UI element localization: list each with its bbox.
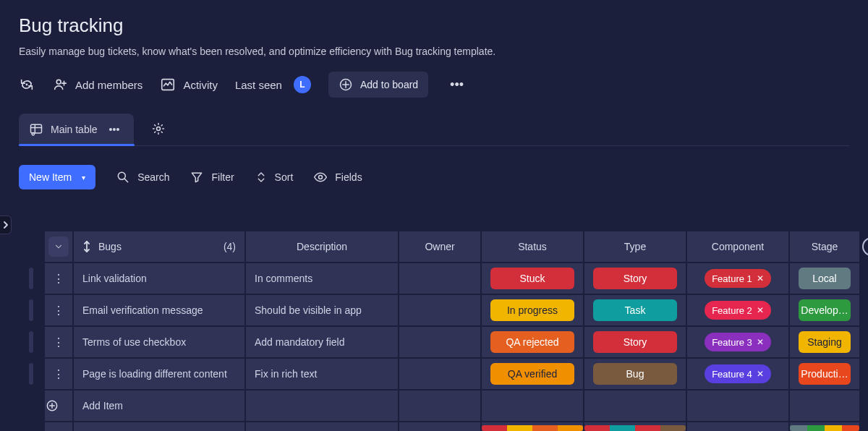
- add-item-row: Add Item: [19, 391, 849, 421]
- last-seen-indicator[interactable]: Last seen L: [235, 76, 311, 93]
- views-tabs: Main table •••: [19, 114, 849, 146]
- group-collapse-button[interactable]: [48, 236, 69, 257]
- fields-label: Fields: [335, 171, 362, 183]
- search-icon: [116, 170, 130, 184]
- cell-stage[interactable]: Develop…: [790, 295, 859, 325]
- cell-name[interactable]: Email verification message: [74, 295, 244, 325]
- svg-point-0: [26, 84, 28, 86]
- empty-cell: [45, 422, 72, 431]
- board-toolbar: Add members Activity Last seen L Add to …: [19, 72, 849, 98]
- column-header-description[interactable]: Description: [246, 231, 398, 262]
- component-chip[interactable]: Feature 2 ✕: [705, 301, 771, 320]
- tab-main-table[interactable]: Main table •••: [19, 114, 134, 145]
- table-icon: [29, 122, 43, 137]
- cell-owner[interactable]: [399, 359, 480, 389]
- cell-component[interactable]: Feature 2 ✕: [687, 295, 788, 325]
- add-column-button[interactable]: +: [862, 237, 868, 256]
- cell-description[interactable]: Fix in rich text: [246, 359, 398, 389]
- cell-name[interactable]: Link validation: [74, 263, 244, 294]
- table-row[interactable]: ⋮ Link validation In comments Stuck Stor…: [19, 263, 849, 294]
- avatar[interactable]: L: [294, 76, 311, 93]
- close-icon[interactable]: ✕: [757, 337, 764, 347]
- close-icon[interactable]: ✕: [757, 305, 764, 315]
- fields-button[interactable]: Fields: [313, 170, 362, 184]
- cell-component[interactable]: Feature 4 ✕: [687, 359, 788, 389]
- empty-cell: [687, 391, 788, 421]
- row-drag-cell[interactable]: ⋮: [45, 263, 72, 294]
- component-chip[interactable]: Feature 4 ✕: [705, 364, 771, 383]
- column-header-component[interactable]: Component: [687, 231, 788, 262]
- drag-handle-icon: ⋮: [45, 304, 72, 317]
- column-header-stage[interactable]: Stage: [790, 231, 859, 262]
- add-members-button[interactable]: Add members: [52, 77, 142, 93]
- row-drag-cell[interactable]: ⋮: [45, 327, 72, 357]
- cell-status[interactable]: QA verified: [482, 359, 583, 389]
- sort-button[interactable]: Sort: [255, 171, 294, 184]
- component-summary: [687, 422, 788, 431]
- more-menu-button[interactable]: •••: [446, 74, 468, 95]
- cell-type[interactable]: Story: [584, 263, 686, 294]
- column-header-owner[interactable]: Owner: [399, 231, 480, 262]
- add-column-cell: +: [861, 231, 868, 262]
- svg-point-1: [56, 80, 61, 84]
- cell-type[interactable]: Story: [584, 327, 686, 357]
- empty-cell: [861, 295, 868, 325]
- add-item-button[interactable]: Add Item: [74, 391, 244, 421]
- drag-handle-icon: ⋮: [45, 336, 72, 349]
- tab-more-button[interactable]: •••: [105, 121, 124, 138]
- views-settings-button[interactable]: [147, 117, 170, 142]
- cell-owner[interactable]: [399, 327, 480, 357]
- cell-component[interactable]: Feature 1 ✕: [687, 263, 788, 294]
- cell-stage[interactable]: Staging: [790, 327, 859, 357]
- cell-status[interactable]: QA rejected: [482, 327, 583, 357]
- activity-button[interactable]: Activity: [160, 77, 218, 93]
- close-icon[interactable]: ✕: [757, 273, 764, 283]
- expand-vertical-icon: [82, 241, 91, 252]
- drag-handle-icon: ⋮: [45, 272, 72, 286]
- cell-stage[interactable]: Producti…: [790, 359, 859, 389]
- chevron-down-icon: ▾: [82, 174, 85, 182]
- sort-label: Sort: [275, 171, 294, 183]
- cell-name[interactable]: Terms of use checkbox: [74, 327, 244, 357]
- add-to-board-button[interactable]: Add to board: [328, 72, 428, 98]
- empty-cell: [399, 422, 480, 431]
- eye-icon: [313, 170, 328, 184]
- cell-status[interactable]: Stuck: [482, 263, 583, 294]
- column-header-type[interactable]: Type: [584, 231, 686, 262]
- cell-description[interactable]: Add mandatory field: [246, 327, 398, 357]
- table-row[interactable]: ⋮ Terms of use checkbox Add mandatory fi…: [19, 327, 849, 357]
- close-icon[interactable]: ✕: [757, 369, 764, 379]
- tab-main-table-label: Main table: [51, 124, 98, 135]
- component-chip-label: Feature 4: [712, 369, 752, 380]
- row-drag-cell[interactable]: ⋮: [45, 359, 72, 389]
- table-row[interactable]: ⋮ Email verification message Should be v…: [19, 295, 849, 325]
- cell-owner[interactable]: [399, 263, 480, 294]
- cell-name[interactable]: Page is loading different content: [74, 359, 244, 389]
- cell-owner[interactable]: [399, 295, 480, 325]
- add-to-board-label: Add to board: [360, 79, 418, 90]
- row-handle-cell: [19, 359, 43, 389]
- column-header-name[interactable]: Bugs (4): [74, 231, 244, 262]
- empty-cell: [246, 391, 398, 421]
- page-title: Bug tracking: [19, 14, 849, 37]
- cell-type[interactable]: Bug: [584, 359, 686, 389]
- cell-description[interactable]: Should be visible in app: [246, 295, 398, 325]
- new-item-button[interactable]: New Item ▾: [19, 165, 95, 189]
- component-chip[interactable]: Feature 3 ✕: [705, 333, 771, 351]
- table-header-row: Bugs (4) Description Owner Status Type C…: [19, 231, 849, 262]
- cell-type[interactable]: Task: [584, 295, 686, 325]
- cell-status[interactable]: In progress: [482, 295, 583, 325]
- row-handle-cell: [19, 391, 43, 421]
- component-chip[interactable]: Feature 1 ✕: [705, 269, 771, 288]
- table-row[interactable]: ⋮ Page is loading different content Fix …: [19, 359, 849, 389]
- cell-description[interactable]: In comments: [246, 263, 398, 294]
- cell-component[interactable]: Feature 3 ✕: [687, 327, 788, 357]
- row-drag-cell[interactable]: ⋮: [45, 295, 72, 325]
- search-button[interactable]: Search: [116, 170, 169, 184]
- column-header-status[interactable]: Status: [482, 231, 583, 262]
- empty-cell: [861, 422, 868, 431]
- table-controls: New Item ▾ Search Filter Sort Fields: [19, 165, 849, 189]
- refresh-button[interactable]: [19, 77, 35, 93]
- filter-button[interactable]: Filter: [190, 170, 234, 184]
- cell-stage[interactable]: Local: [790, 263, 859, 294]
